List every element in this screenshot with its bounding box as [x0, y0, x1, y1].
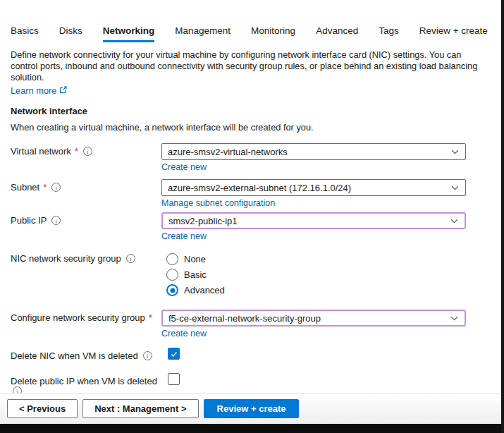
nic-nsg-row: NIC network security group i None Basic	[11, 250, 491, 296]
external-link-icon	[59, 85, 67, 96]
public-ip-create-new-link[interactable]: Create new	[161, 231, 207, 241]
subnet-label: Subnet* i	[11, 179, 161, 193]
public-ip-row: Public IP i smsv2-public-ip1 Create new	[11, 212, 491, 242]
learn-more-label: Learn more	[11, 85, 56, 96]
previous-button[interactable]: < Previous	[7, 399, 78, 418]
chevron-down-icon	[450, 183, 460, 193]
section-subtitle: When creating a virtual machine, a netwo…	[11, 122, 491, 133]
configure-nsg-label-text: Configure network security group	[11, 312, 145, 323]
radio-none[interactable]: None	[166, 253, 466, 265]
radio-advanced[interactable]: Advanced	[166, 284, 466, 296]
virtual-network-label: Virtual network* i	[11, 143, 161, 157]
tab-disks[interactable]: Disks	[59, 25, 82, 42]
info-icon[interactable]: i	[143, 351, 152, 360]
delete-nic-checkbox[interactable]	[168, 348, 180, 360]
radio-button[interactable]	[166, 269, 178, 281]
required-asterisk: *	[43, 182, 47, 193]
window-bottom-edge	[0, 424, 504, 433]
tab-basics[interactable]: Basics	[11, 25, 39, 42]
public-ip-value: smsv2-public-ip1	[168, 216, 450, 226]
wizard-tabs: Basics Disks Networking Management Monit…	[11, 25, 491, 42]
learn-more-link[interactable]: Learn more	[11, 85, 67, 96]
virtual-network-create-new-link[interactable]: Create new	[161, 162, 207, 172]
wizard-footer: < Previous Next : Management > Review + …	[0, 393, 501, 424]
configure-nsg-select[interactable]: f5-ce-external-network-security-group	[161, 310, 466, 327]
review-create-button[interactable]: Review + create	[204, 399, 300, 418]
info-icon[interactable]: i	[83, 147, 92, 156]
manage-subnet-configuration-link[interactable]: Manage subnet configuration	[161, 198, 275, 208]
tab-management[interactable]: Management	[175, 25, 231, 42]
chevron-down-icon	[450, 216, 459, 226]
configure-nsg-value: f5-ce-external-network-security-group	[168, 313, 450, 324]
subnet-select[interactable]: azure-smsv2-external-subnet (172.16.1.0/…	[161, 179, 466, 196]
configure-nsg-create-new-link[interactable]: Create new	[161, 329, 207, 339]
required-asterisk: *	[149, 312, 152, 323]
info-icon[interactable]: i	[126, 254, 135, 263]
delete-nic-label: Delete NIC when VM is deleted i	[11, 348, 161, 361]
configure-nsg-label: Configure network security group*	[11, 310, 161, 323]
public-ip-label-text: Public IP	[11, 215, 47, 226]
tab-monitoring[interactable]: Monitoring	[251, 25, 295, 42]
tab-networking[interactable]: Networking	[103, 25, 155, 42]
radio-basic[interactable]: Basic	[166, 269, 466, 281]
delete-public-ip-checkbox[interactable]	[168, 373, 180, 385]
subnet-label-text: Subnet	[11, 182, 39, 193]
next-management-button[interactable]: Next : Management >	[82, 399, 198, 418]
chevron-down-icon	[450, 147, 460, 157]
chevron-down-icon	[450, 314, 459, 323]
required-asterisk: *	[75, 146, 78, 157]
tab-advanced[interactable]: Advanced	[316, 25, 358, 42]
virtual-network-label-text: Virtual network	[11, 146, 71, 157]
nic-nsg-label-text: NIC network security group	[11, 253, 121, 264]
delete-public-ip-label-text: Delete public IP when VM is deleted	[11, 376, 157, 386]
subnet-value: azure-smsv2-external-subnet (172.16.1.0/…	[168, 183, 450, 193]
radio-button-selected[interactable]	[166, 284, 178, 296]
tab-review-create[interactable]: Review + create	[419, 25, 488, 42]
networking-description: Define network connectivity for your vir…	[11, 49, 491, 83]
virtual-network-value: azure-smsv2-virtual-networks	[168, 147, 450, 157]
radio-basic-label: Basic	[184, 269, 207, 280]
nic-nsg-radio-group: None Basic Advanced	[166, 250, 466, 296]
section-title: Network interface	[11, 106, 491, 116]
virtual-network-row: Virtual network* i azure-smsv2-virtual-n…	[11, 143, 491, 173]
nic-nsg-label: NIC network security group i	[11, 250, 161, 264]
public-ip-label: Public IP i	[11, 212, 161, 226]
delete-nic-label-text: Delete NIC when VM is deleted	[11, 350, 138, 361]
radio-button[interactable]	[166, 253, 178, 265]
radio-none-label: None	[184, 254, 206, 264]
vm-create-networking-page: Basics Disks Networking Management Monit…	[0, 0, 504, 433]
configure-nsg-row: Configure network security group* f5-ce-…	[11, 310, 491, 339]
info-icon[interactable]: i	[51, 183, 61, 192]
virtual-network-select[interactable]: azure-smsv2-virtual-networks	[161, 143, 466, 160]
info-icon[interactable]: i	[51, 216, 61, 225]
delete-nic-row: Delete NIC when VM is deleted i	[11, 348, 491, 361]
radio-advanced-label: Advanced	[184, 285, 225, 295]
tab-tags[interactable]: Tags	[379, 25, 399, 42]
subnet-row: Subnet* i azure-smsv2-external-subnet (1…	[11, 179, 491, 209]
public-ip-select[interactable]: smsv2-public-ip1	[161, 212, 466, 229]
